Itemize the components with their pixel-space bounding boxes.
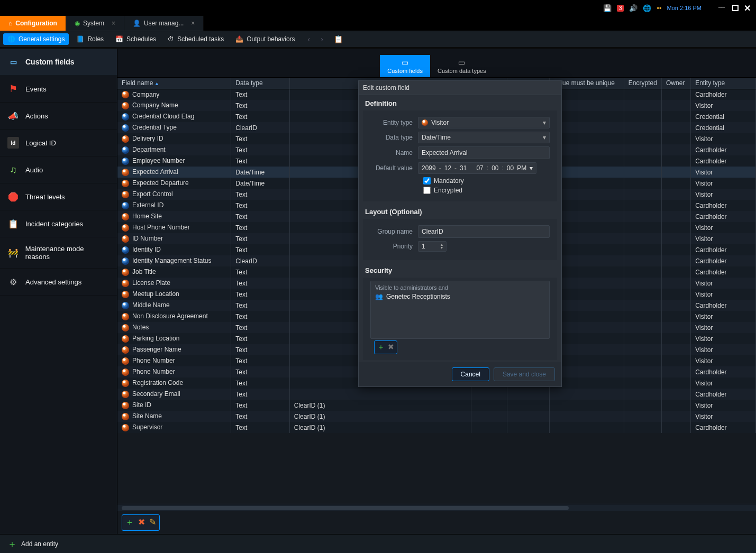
edit-field-button[interactable]: ✎ <box>149 517 156 528</box>
toolbar: 🌐General settings📘Roles📅Schedules⏱Schedu… <box>0 31 756 48</box>
tab-close-button[interactable]: × <box>112 20 115 27</box>
cell <box>661 278 690 289</box>
time-second[interactable]: 00 <box>507 164 514 172</box>
window-maximize-button[interactable] <box>732 5 739 11</box>
toolbar-overflow-button[interactable]: 📋 <box>332 35 345 43</box>
tray-notification-badge[interactable]: 3 <box>617 5 624 12</box>
toolbar-label: General settings <box>19 35 65 43</box>
encrypted-checkbox[interactable] <box>423 187 431 194</box>
column-header[interactable]: Encrypted <box>624 78 661 89</box>
priority-stepper[interactable]: 1 ▴▾ <box>418 241 447 252</box>
sidebar-item-advanced-settings[interactable]: ⚙Advanced settings <box>0 269 117 296</box>
default-value-datetime[interactable]: 2099- 12- 31 07: 00: 00 PM ▾ <box>418 162 536 174</box>
cell <box>624 222 661 233</box>
name-input[interactable] <box>418 146 550 159</box>
cell: Cardholder <box>691 255 756 266</box>
sidebar-item-threat-levels[interactable]: 🛑Threat levels <box>0 183 117 210</box>
cell: Delivery ID <box>117 133 231 144</box>
subtab-custom-data-types[interactable]: ▭Custom data types <box>430 55 494 77</box>
add-entity-label[interactable]: Add an entity <box>21 540 58 548</box>
cell <box>661 89 690 100</box>
time-hour[interactable]: 07 <box>476 164 483 172</box>
app-tab-configuration[interactable]: ⌂Configuration <box>0 16 66 31</box>
cell: Visitor <box>691 289 756 300</box>
threat-icon: 🛑 <box>7 191 19 202</box>
table-row[interactable]: Site NameTextClearID (1)Visitor <box>117 411 756 422</box>
window-minimize-button[interactable] <box>718 4 727 12</box>
user-icon: 👤 <box>133 20 141 27</box>
tray-icon-speaker[interactable]: 💾 <box>603 4 612 12</box>
column-header[interactable]: Owner <box>661 78 690 89</box>
subtab-label: Custom fields <box>387 68 423 74</box>
mandatory-label: Mandatory <box>434 177 464 185</box>
date-day[interactable]: 31 <box>460 164 467 172</box>
sidebar-item-logical-id[interactable]: IdLogical ID <box>0 130 117 156</box>
cell <box>661 111 690 122</box>
cell: Phone Number <box>117 355 231 366</box>
cell: Site ID <box>117 400 231 411</box>
cell: Text <box>231 289 289 300</box>
tab-close-button[interactable]: × <box>191 20 195 27</box>
column-header[interactable]: Entity type <box>691 78 756 89</box>
group-name-input[interactable] <box>418 225 550 238</box>
time-minute[interactable]: 00 <box>491 164 498 172</box>
cell: Credential Type <box>117 122 231 133</box>
add-entity-icon[interactable]: ＋ <box>7 538 17 550</box>
cell: Visitor <box>691 377 756 389</box>
cell: Text <box>231 389 289 400</box>
delete-field-button[interactable]: ✖ <box>138 517 145 528</box>
save-and-close-button[interactable]: Save and close <box>494 367 555 381</box>
security-role-item[interactable]: 👥 Genetec Receptionists <box>375 293 545 300</box>
table-row[interactable]: SupervisorTextClearID (1)Cardholder <box>117 422 756 433</box>
add-field-button[interactable]: ＋ <box>125 517 134 528</box>
security-add-button[interactable]: ＋ <box>377 343 385 352</box>
toolbar-icon: 📘 <box>76 35 84 43</box>
entity-type-select[interactable]: Visitor ▾ <box>418 117 550 128</box>
sidebar-item-audio[interactable]: ♫Audio <box>0 156 117 183</box>
sidebar-item-actions[interactable]: 📣Actions <box>0 103 117 130</box>
sidebar-item-events[interactable]: ⚑Events <box>0 76 117 103</box>
sidebar-item-incident-categories[interactable]: 📋Incident categories <box>0 210 117 237</box>
cell: Site Name <box>117 411 231 422</box>
toolbar-next-button[interactable]: › <box>318 35 325 43</box>
window-close-button[interactable]: ✕ <box>744 3 751 13</box>
toolbar-scheduled-tasks[interactable]: ⏱Scheduled tasks <box>163 33 228 45</box>
column-header[interactable]: Data type <box>231 78 289 89</box>
tray-clock: Mon 2:16 PM <box>667 5 702 11</box>
cell <box>661 344 690 355</box>
user-group-icon: 👥 <box>375 293 383 300</box>
cell: Visitor <box>691 100 756 111</box>
toolbar-schedules[interactable]: 📅Schedules <box>111 33 160 45</box>
chevron-down-icon[interactable]: ▾ <box>441 246 443 250</box>
cancel-button[interactable]: Cancel <box>452 367 489 381</box>
sidebar-item-custom-fields[interactable]: ▭Custom fields <box>0 49 117 76</box>
time-ampm[interactable]: PM <box>517 164 526 172</box>
tray-icon-volume[interactable]: 🔊 <box>629 4 637 12</box>
table-row[interactable]: Secondary EmailTextCardholder <box>117 389 756 400</box>
subtab-custom-fields[interactable]: ▭Custom fields <box>380 55 430 77</box>
security-remove-button[interactable]: ✖ <box>388 343 394 352</box>
data-type-select[interactable]: Date/Time ▾ <box>418 132 550 143</box>
table-row[interactable]: Site IDTextClearID (1)Visitor <box>117 400 756 411</box>
cell: Visitor <box>691 233 756 244</box>
date-month[interactable]: 12 <box>444 164 451 172</box>
cell: Text <box>231 111 289 122</box>
sidebar-item-maintenance-mode-reasons[interactable]: 🚧Maintenance mode reasons <box>0 237 117 269</box>
toolbar-output-behaviors[interactable]: 📤Output behaviors <box>231 33 299 45</box>
tray-icon-globe[interactable]: 🌐 <box>643 4 651 12</box>
date-year[interactable]: 2099 <box>422 164 436 172</box>
column-header[interactable]: Field name <box>117 78 231 89</box>
toolbar-roles[interactable]: 📘Roles <box>72 33 108 45</box>
cell <box>624 211 661 222</box>
tray-icon-dots[interactable]: •• <box>657 4 661 12</box>
app-tab-user-manag-[interactable]: 👤User manag...× <box>124 16 204 31</box>
app-tab-system[interactable]: ◉System× <box>66 16 124 31</box>
mandatory-checkbox[interactable] <box>423 177 431 185</box>
security-role-label: Genetec Receptionists <box>386 293 450 300</box>
horizontal-scrollbar[interactable] <box>117 504 756 511</box>
toolbar-general-settings[interactable]: 🌐General settings <box>3 33 69 45</box>
cell <box>661 389 690 400</box>
data-type-label: Data type <box>370 134 418 141</box>
cell <box>661 366 690 377</box>
toolbar-prev-button[interactable]: ‹ <box>306 35 313 43</box>
